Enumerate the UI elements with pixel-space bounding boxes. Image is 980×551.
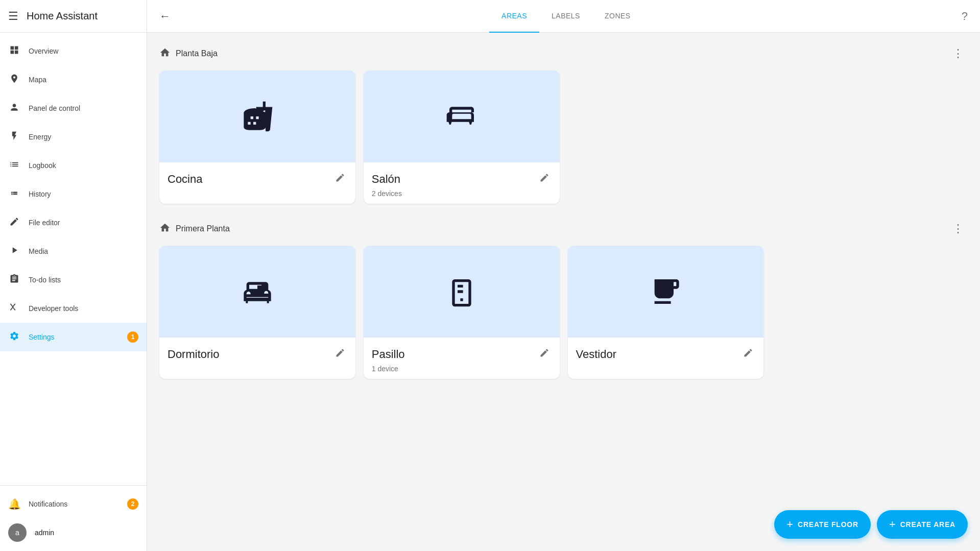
mapa-icon	[8, 74, 20, 86]
overview-icon	[8, 45, 20, 58]
floor-menu-button-planta-baja[interactable]: ⋮	[948, 45, 968, 62]
area-card-body-dormitorio: Dormitorio	[159, 338, 355, 369]
sidebar-footer: 🔔 Notifications 2 a admin	[0, 485, 147, 551]
avatar: a	[8, 523, 27, 542]
floor-name-planta-baja: Planta Baja	[176, 49, 218, 58]
floor-house-icon-planta-baja	[159, 47, 171, 61]
cards-grid-planta-baja: Cocina Salón 2 devices	[159, 70, 968, 204]
area-card-row-vestidor: Vestidor	[576, 346, 756, 363]
floor-section-planta-baja: Planta Baja ⋮ Cocina Saló	[159, 45, 968, 204]
area-card-name-pasillo: Pasillo	[372, 348, 405, 361]
username-label: admin	[35, 529, 54, 537]
nav-label-settings: Settings	[29, 333, 119, 341]
area-card-cocina[interactable]: Cocina	[159, 70, 355, 204]
area-card-img-salon	[364, 70, 560, 162]
sidebar-item-media[interactable]: Media	[0, 237, 147, 266]
panel-icon	[8, 102, 20, 115]
floor-title-planta-baja: Planta Baja	[159, 47, 218, 61]
bell-icon: 🔔	[8, 498, 20, 510]
help-icon[interactable]: ?	[958, 6, 972, 27]
area-card-name-dormitorio: Dormitorio	[168, 348, 219, 361]
area-edit-button-dormitorio[interactable]	[333, 346, 347, 363]
area-card-name-salon: Salón	[372, 173, 400, 186]
area-card-salon[interactable]: Salón 2 devices	[364, 70, 560, 204]
area-card-body-salon: Salón 2 devices	[364, 162, 560, 204]
nav-badge-settings: 1	[127, 331, 138, 343]
nav-label-todo: To-do lists	[29, 276, 138, 284]
settings-icon	[8, 331, 20, 344]
area-card-devices-salon: 2 devices	[372, 189, 552, 198]
nav-label-logbook: Logbook	[29, 161, 138, 170]
sidebar-item-developer[interactable]: Developer tools	[0, 294, 147, 323]
sidebar-item-mapa[interactable]: Mapa	[0, 65, 147, 94]
area-card-vestidor[interactable]: Vestidor	[568, 246, 764, 379]
area-card-row-pasillo: Pasillo	[372, 346, 552, 363]
area-edit-button-vestidor[interactable]	[741, 346, 755, 363]
menu-icon[interactable]: ☰	[8, 10, 18, 23]
floor-house-icon-primera-planta	[159, 222, 171, 236]
area-card-row-dormitorio: Dormitorio	[168, 346, 347, 363]
history-icon	[8, 188, 20, 201]
app-title: Home Assistant	[27, 10, 98, 22]
create-floor-plus-icon: +	[786, 518, 794, 531]
area-card-img-cocina	[159, 70, 355, 162]
area-card-row-cocina: Cocina	[168, 171, 347, 187]
nav-label-history: History	[29, 190, 138, 198]
notifications-label: Notifications	[29, 500, 119, 508]
create-floor-label: CREATE FLOOR	[798, 520, 858, 529]
nav-label-mapa: Mapa	[29, 76, 138, 84]
create-area-plus-icon: +	[889, 518, 896, 531]
area-card-body-vestidor: Vestidor	[568, 338, 764, 369]
back-button[interactable]: ←	[155, 6, 175, 27]
sidebar-item-notifications[interactable]: 🔔 Notifications 2	[0, 490, 147, 518]
tab-labels[interactable]: Labels	[539, 0, 592, 33]
notifications-badge: 2	[127, 498, 138, 510]
sidebar-header: ☰ Home Assistant	[0, 0, 147, 33]
area-card-img-pasillo	[364, 246, 560, 338]
area-card-img-vestidor	[568, 246, 764, 338]
developer-icon	[8, 302, 20, 315]
todo-icon	[8, 274, 20, 286]
tab-areas[interactable]: Areas	[489, 0, 539, 33]
cards-grid-primera-planta: Dormitorio Pasillo 1 device	[159, 246, 968, 379]
sidebar-item-overview[interactable]: Overview	[0, 37, 147, 65]
sidebar-item-logbook[interactable]: Logbook	[0, 151, 147, 180]
sidebar-item-settings[interactable]: Settings 1	[0, 323, 147, 351]
area-card-devices-pasillo: 1 device	[372, 365, 552, 373]
sidebar-item-history[interactable]: History	[0, 180, 147, 208]
fab-container: + CREATE FLOOR + CREATE AREA	[774, 510, 968, 539]
area-card-pasillo[interactable]: Pasillo 1 device	[364, 246, 560, 379]
topbar: ← AreasLabelsZones ?	[147, 0, 980, 33]
floor-header-primera-planta: Primera Planta ⋮	[159, 220, 968, 237]
area-edit-button-cocina[interactable]	[333, 171, 347, 187]
sidebar-item-panel[interactable]: Panel de control	[0, 94, 147, 123]
nav-label-media: Media	[29, 247, 138, 255]
area-card-row-salon: Salón	[372, 171, 552, 187]
area-card-dormitorio[interactable]: Dormitorio	[159, 246, 355, 379]
energy-icon	[8, 131, 20, 143]
nav-label-energy: Energy	[29, 133, 138, 141]
nav-label-file-editor: File editor	[29, 219, 138, 227]
sidebar-nav: Overview Mapa Panel de control Energy Lo…	[0, 33, 147, 485]
area-card-name-cocina: Cocina	[168, 173, 202, 186]
floor-section-primera-planta: Primera Planta ⋮ Dormitorio	[159, 220, 968, 379]
create-area-label: CREATE AREA	[900, 520, 955, 529]
sidebar-item-energy[interactable]: Energy	[0, 123, 147, 151]
area-card-name-vestidor: Vestidor	[576, 348, 617, 361]
create-floor-button[interactable]: + CREATE FLOOR	[774, 510, 871, 539]
floor-header-planta-baja: Planta Baja ⋮	[159, 45, 968, 62]
media-icon	[8, 245, 20, 258]
nav-label-overview: Overview	[29, 47, 138, 55]
floor-menu-button-primera-planta[interactable]: ⋮	[948, 220, 968, 237]
sidebar-item-file-editor[interactable]: File editor	[0, 208, 147, 237]
create-area-button[interactable]: + CREATE AREA	[877, 510, 968, 539]
area-edit-button-salon[interactable]	[537, 171, 552, 187]
logbook-icon	[8, 159, 20, 172]
area-edit-button-pasillo[interactable]	[537, 346, 552, 363]
user-item[interactable]: a admin	[0, 518, 147, 547]
sidebar-item-todo[interactable]: To-do lists	[0, 266, 147, 294]
content-area: Planta Baja ⋮ Cocina Saló	[147, 33, 980, 551]
tab-zones[interactable]: Zones	[592, 0, 643, 33]
area-card-body-cocina: Cocina	[159, 162, 355, 194]
area-card-body-pasillo: Pasillo 1 device	[364, 338, 560, 379]
